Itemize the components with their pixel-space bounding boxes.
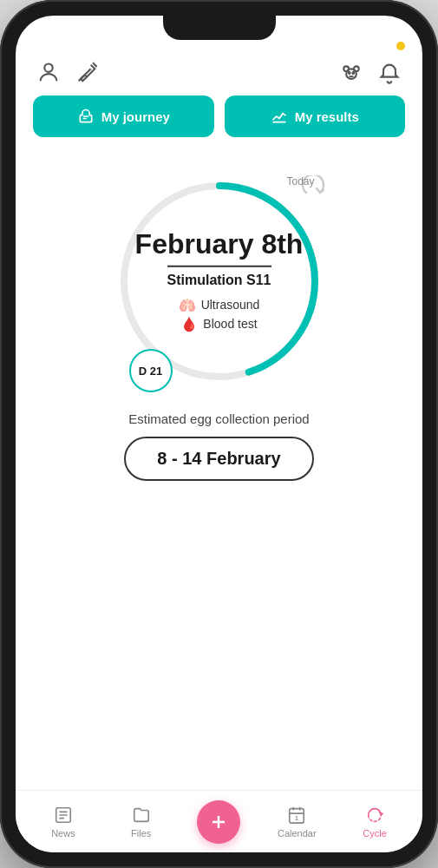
bottom-nav: News Files [16,790,422,852]
person-icon[interactable] [36,61,61,85]
nav-files-label: Files [131,828,151,838]
cycle-circle: Today February 8th Stimulation S11 🫁 Ult… [98,160,341,403]
syringe-icon[interactable] [75,61,99,85]
svg-line-3 [82,76,83,78]
circle-center: February 8th Stimulation S11 🫁 Ultrasoun… [133,228,306,335]
cycle-stage: Stimulation S11 [133,272,306,287]
header-right [339,61,402,85]
main-content: Today February 8th Stimulation S11 🫁 Ult… [16,151,422,790]
appointment-blood: 🩸 Blood test [133,315,306,332]
pet-icon[interactable] [339,61,363,85]
svg-point-0 [44,64,52,72]
egg-collection-dates: 8 - 14 February [124,437,313,481]
my-results-button[interactable]: My results [225,95,406,137]
action-buttons: My journey My results [16,95,422,151]
news-icon [53,805,74,825]
my-journey-button[interactable]: My journey [33,95,214,137]
blood-label: Blood test [203,317,257,331]
nav-files[interactable]: Files [120,805,163,838]
blood-icon: 🩸 [180,315,198,332]
journey-label: My journey [101,109,170,124]
svg-point-8 [352,72,354,74]
day-badge: D 21 [129,349,173,392]
phone-screen: My journey My results [16,16,422,852]
svg-point-6 [354,66,359,71]
phone-shell: My journey My results [0,0,438,868]
divider [167,266,271,267]
phone-notch [163,16,276,40]
results-label: My results [295,109,359,124]
nav-news[interactable]: News [42,805,85,838]
ultrasound-icon: 🫁 [179,296,196,312]
nav-cycle-label: Cycle [363,828,387,838]
files-icon [131,805,152,825]
svg-point-7 [349,72,350,74]
cycle-nav-icon [364,805,385,825]
nav-news-label: News [51,828,75,838]
appointment-ultrasound: 🫁 Ultrasound [133,296,306,312]
calendar-icon: 1 [286,805,307,825]
egg-collection-section: Estimated egg collection period 8 - 14 F… [107,403,330,495]
svg-text:1: 1 [295,815,298,821]
bell-icon[interactable] [377,61,402,85]
nav-calendar[interactable]: 1 Calendar [275,805,318,838]
header [16,54,422,95]
nav-calendar-label: Calendar [278,828,317,838]
nav-cycle[interactable]: Cycle [353,805,396,838]
today-label: Today [286,175,314,187]
nav-add[interactable] [197,800,240,844]
status-dot [396,42,405,50]
ultrasound-label: Ultrasound [201,298,260,312]
egg-collection-title: Estimated egg collection period [124,411,313,426]
header-left [36,61,99,85]
fab-add-button[interactable] [197,800,240,844]
svg-point-5 [343,66,349,71]
cycle-date: February 8th [133,228,306,260]
